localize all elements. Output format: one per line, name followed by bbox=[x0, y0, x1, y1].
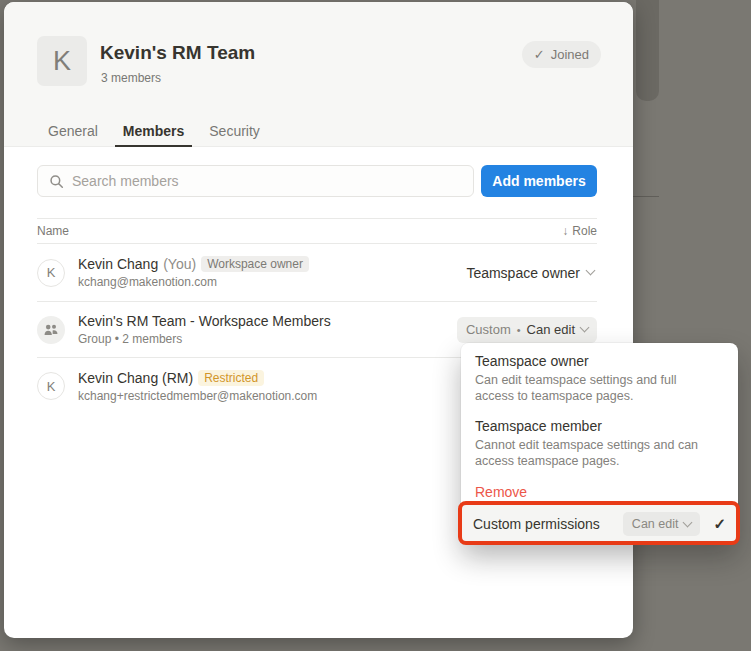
name-column-header: Name bbox=[37, 224, 69, 238]
menu-item-teamspace-owner[interactable]: Teamspace owner Can edit teamspace setti… bbox=[461, 351, 738, 410]
chevron-down-icon bbox=[683, 518, 693, 528]
option-description: Cannot edit teamspace settings and can a… bbox=[475, 437, 724, 469]
member-info: Kevin Chang (You) Workspace owner kchang… bbox=[78, 256, 309, 289]
table-row: K Kevin Chang (You) Workspace owner kcha… bbox=[37, 244, 597, 302]
role-pill-separator: • bbox=[517, 324, 521, 336]
custom-role-dropdown-trigger[interactable]: Custom • Can edit bbox=[457, 317, 597, 343]
role-dropdown-menu: Teamspace owner Can edit teamspace setti… bbox=[461, 343, 738, 543]
tab-general[interactable]: General bbox=[40, 117, 106, 147]
role-dropdown-trigger[interactable]: Teamspace owner bbox=[466, 265, 597, 281]
custom-permissions-label: Custom permissions bbox=[473, 516, 600, 532]
tab-security[interactable]: Security bbox=[201, 117, 268, 147]
tab-members[interactable]: Members bbox=[115, 117, 192, 147]
role-pill-value: Can edit bbox=[527, 322, 575, 337]
table-header: Name ↓ Role bbox=[37, 218, 597, 244]
member-info: Kevin Chang (RM) Restricted kchang+restr… bbox=[78, 370, 317, 403]
option-title: Teamspace member bbox=[475, 418, 724, 434]
modal-header: K Kevin's RM Team 3 members ✓ Joined Gen… bbox=[4, 2, 633, 147]
group-avatar bbox=[37, 316, 65, 344]
workspace-owner-badge: Workspace owner bbox=[201, 256, 309, 272]
dimmed-background-element bbox=[636, 0, 659, 101]
teamspace-avatar: K bbox=[37, 36, 87, 86]
role-value: Teamspace owner bbox=[466, 265, 580, 281]
permission-level-value: Can edit bbox=[632, 517, 679, 531]
group-name: Kevin's RM Team - Workspace Members bbox=[78, 313, 331, 329]
chevron-down-icon bbox=[580, 323, 590, 333]
member-you-suffix: (You) bbox=[163, 256, 196, 272]
option-description: Can edit teamspace settings and full acc… bbox=[475, 372, 724, 404]
restricted-badge: Restricted bbox=[198, 370, 264, 386]
search-input[interactable] bbox=[37, 165, 474, 197]
member-email: kchang@makenotion.com bbox=[78, 275, 309, 289]
tab-bar: General Members Security bbox=[40, 117, 277, 147]
group-info: Kevin's RM Team - Workspace Members Grou… bbox=[78, 313, 331, 346]
role-pill-prefix: Custom bbox=[466, 322, 511, 337]
menu-item-remove[interactable]: Remove bbox=[461, 475, 738, 500]
sort-down-icon: ↓ bbox=[562, 224, 568, 238]
people-icon bbox=[43, 323, 59, 337]
member-name: Kevin Chang bbox=[78, 256, 158, 272]
menu-item-teamspace-member[interactable]: Teamspace member Cannot edit teamspace s… bbox=[461, 416, 738, 475]
check-icon: ✓ bbox=[534, 47, 545, 62]
member-count: 3 members bbox=[101, 71, 161, 85]
joined-label: Joined bbox=[551, 47, 589, 62]
search-icon bbox=[49, 174, 64, 189]
permission-level-dropdown[interactable]: Can edit bbox=[623, 512, 701, 536]
avatar: K bbox=[37, 259, 65, 287]
joined-button[interactable]: ✓ Joined bbox=[522, 41, 601, 68]
menu-item-custom-permissions[interactable]: Custom permissions Can edit ✓ bbox=[461, 505, 738, 543]
chevron-down-icon bbox=[586, 266, 596, 276]
option-title: Teamspace owner bbox=[475, 353, 724, 369]
selected-check-icon: ✓ bbox=[713, 515, 726, 533]
dimmed-background-divider bbox=[633, 196, 659, 197]
page-title: Kevin's RM Team bbox=[100, 42, 255, 64]
avatar: K bbox=[37, 372, 65, 400]
role-header-label: Role bbox=[572, 224, 597, 238]
role-column-header[interactable]: ↓ Role bbox=[562, 224, 597, 238]
group-subtitle: Group • 2 members bbox=[78, 332, 331, 346]
member-name: Kevin Chang (RM) bbox=[78, 370, 193, 386]
add-members-button[interactable]: Add members bbox=[481, 165, 597, 197]
member-email: kchang+restrictedmember@makenotion.com bbox=[78, 389, 317, 403]
